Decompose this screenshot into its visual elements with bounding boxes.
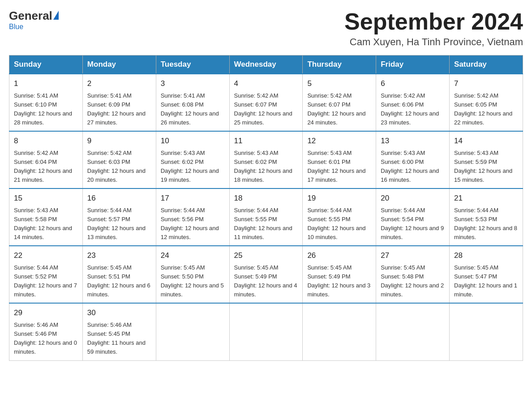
calendar-cell: 12 Sunrise: 5:43 AMSunset: 6:01 PMDaylig…	[303, 131, 376, 188]
calendar-header-row: SundayMondayTuesdayWednesdayThursdayFrid…	[9, 56, 523, 74]
day-number: 5	[307, 78, 371, 90]
day-number: 30	[87, 307, 151, 319]
logo-blue-text: Blue	[9, 23, 23, 31]
calendar-cell: 14 Sunrise: 5:43 AMSunset: 5:59 PMDaylig…	[450, 131, 523, 188]
day-info: Sunrise: 5:45 AMSunset: 5:51 PMDaylight:…	[87, 264, 150, 298]
logo-general-text: General	[9, 9, 52, 23]
day-number: 28	[454, 250, 518, 261]
day-number: 7	[454, 78, 518, 90]
day-info: Sunrise: 5:43 AMSunset: 5:59 PMDaylight:…	[454, 150, 512, 183]
location-title: Cam Xuyen, Ha Tinh Province, Vietnam	[344, 36, 523, 48]
day-info: Sunrise: 5:42 AMSunset: 6:07 PMDaylight:…	[234, 92, 292, 126]
day-info: Sunrise: 5:41 AMSunset: 6:10 PMDaylight:…	[14, 92, 72, 126]
day-number: 18	[234, 193, 298, 204]
calendar-cell: 22 Sunrise: 5:44 AMSunset: 5:52 PMDaylig…	[9, 246, 83, 303]
day-number: 29	[14, 307, 78, 319]
calendar-cell: 10 Sunrise: 5:43 AMSunset: 6:02 PMDaylig…	[156, 131, 229, 188]
calendar-cell: 26 Sunrise: 5:45 AMSunset: 5:49 PMDaylig…	[303, 246, 376, 303]
day-info: Sunrise: 5:44 AMSunset: 5:56 PMDaylight:…	[161, 207, 219, 240]
calendar-cell	[229, 303, 303, 360]
calendar-cell: 8 Sunrise: 5:42 AMSunset: 6:04 PMDayligh…	[9, 131, 83, 188]
day-number: 26	[307, 250, 371, 261]
day-info: Sunrise: 5:46 AMSunset: 5:45 PMDaylight:…	[87, 321, 146, 355]
day-info: Sunrise: 5:44 AMSunset: 5:55 PMDaylight:…	[307, 207, 365, 240]
day-info: Sunrise: 5:44 AMSunset: 5:52 PMDaylight:…	[14, 264, 77, 298]
day-number: 16	[87, 193, 151, 204]
day-info: Sunrise: 5:45 AMSunset: 5:47 PMDaylight:…	[454, 264, 517, 298]
day-info: Sunrise: 5:44 AMSunset: 5:53 PMDaylight:…	[454, 207, 517, 240]
day-info: Sunrise: 5:45 AMSunset: 5:48 PMDaylight:…	[381, 264, 444, 298]
logo-triangle-icon	[53, 11, 59, 20]
calendar-cell: 23 Sunrise: 5:45 AMSunset: 5:51 PMDaylig…	[82, 246, 156, 303]
day-info: Sunrise: 5:45 AMSunset: 5:50 PMDaylight:…	[161, 264, 224, 298]
day-info: Sunrise: 5:46 AMSunset: 5:46 PMDaylight:…	[14, 321, 77, 355]
calendar-cell	[156, 303, 229, 360]
day-info: Sunrise: 5:43 AMSunset: 6:02 PMDaylight:…	[234, 150, 292, 183]
day-number: 10	[161, 135, 225, 147]
day-info: Sunrise: 5:42 AMSunset: 6:04 PMDaylight:…	[14, 150, 72, 183]
day-info: Sunrise: 5:44 AMSunset: 5:57 PMDaylight:…	[87, 207, 146, 240]
day-number: 11	[234, 135, 298, 147]
day-info: Sunrise: 5:41 AMSunset: 6:09 PMDaylight:…	[87, 92, 146, 126]
day-info: Sunrise: 5:45 AMSunset: 5:49 PMDaylight:…	[234, 264, 297, 298]
calendar-cell	[303, 303, 376, 360]
day-number: 13	[381, 135, 445, 147]
day-info: Sunrise: 5:44 AMSunset: 5:55 PMDaylight:…	[234, 207, 292, 240]
week-row-1: 1 Sunrise: 5:41 AMSunset: 6:10 PMDayligh…	[9, 74, 523, 131]
calendar-cell: 28 Sunrise: 5:45 AMSunset: 5:47 PMDaylig…	[450, 246, 523, 303]
calendar-cell: 3 Sunrise: 5:41 AMSunset: 6:08 PMDayligh…	[156, 74, 229, 131]
day-number: 24	[161, 250, 225, 261]
month-title: September 2024	[344, 9, 523, 34]
calendar-cell: 27 Sunrise: 5:45 AMSunset: 5:48 PMDaylig…	[376, 246, 450, 303]
calendar-cell: 25 Sunrise: 5:45 AMSunset: 5:49 PMDaylig…	[229, 246, 303, 303]
day-info: Sunrise: 5:43 AMSunset: 6:00 PMDaylight:…	[381, 150, 439, 183]
calendar-cell: 24 Sunrise: 5:45 AMSunset: 5:50 PMDaylig…	[156, 246, 229, 303]
day-number: 21	[454, 193, 518, 204]
week-row-4: 22 Sunrise: 5:44 AMSunset: 5:52 PMDaylig…	[9, 246, 523, 303]
week-row-2: 8 Sunrise: 5:42 AMSunset: 6:04 PMDayligh…	[9, 131, 523, 188]
day-number: 8	[14, 135, 78, 147]
calendar-cell: 19 Sunrise: 5:44 AMSunset: 5:55 PMDaylig…	[303, 188, 376, 246]
calendar-header-monday: Monday	[82, 56, 156, 74]
day-number: 12	[307, 135, 371, 147]
header: General Blue September 2024 Cam Xuyen, H…	[9, 9, 523, 48]
calendar-cell: 5 Sunrise: 5:42 AMSunset: 6:07 PMDayligh…	[303, 74, 376, 131]
calendar-cell: 30 Sunrise: 5:46 AMSunset: 5:45 PMDaylig…	[82, 303, 156, 360]
week-row-3: 15 Sunrise: 5:43 AMSunset: 5:58 PMDaylig…	[9, 188, 523, 246]
day-number: 20	[381, 193, 445, 204]
calendar-cell: 7 Sunrise: 5:42 AMSunset: 6:05 PMDayligh…	[450, 74, 523, 131]
calendar-cell	[376, 303, 450, 360]
day-info: Sunrise: 5:43 AMSunset: 6:02 PMDaylight:…	[161, 150, 219, 183]
day-number: 19	[307, 193, 371, 204]
logo: General Blue	[9, 9, 59, 31]
day-number: 9	[87, 135, 151, 147]
day-number: 25	[234, 250, 298, 261]
day-number: 3	[161, 78, 225, 90]
calendar-cell: 2 Sunrise: 5:41 AMSunset: 6:09 PMDayligh…	[82, 74, 156, 131]
day-info: Sunrise: 5:45 AMSunset: 5:49 PMDaylight:…	[307, 264, 370, 298]
day-number: 1	[14, 78, 78, 90]
calendar-cell: 4 Sunrise: 5:42 AMSunset: 6:07 PMDayligh…	[229, 74, 303, 131]
calendar-cell	[450, 303, 523, 360]
calendar-table: SundayMondayTuesdayWednesdayThursdayFrid…	[9, 55, 523, 360]
day-number: 27	[381, 250, 445, 261]
calendar-cell: 9 Sunrise: 5:42 AMSunset: 6:03 PMDayligh…	[82, 131, 156, 188]
day-number: 6	[381, 78, 445, 90]
calendar-header-thursday: Thursday	[303, 56, 376, 74]
calendar-cell: 20 Sunrise: 5:44 AMSunset: 5:54 PMDaylig…	[376, 188, 450, 246]
title-area: September 2024 Cam Xuyen, Ha Tinh Provin…	[344, 9, 523, 48]
calendar-header-tuesday: Tuesday	[156, 56, 229, 74]
day-info: Sunrise: 5:42 AMSunset: 6:06 PMDaylight:…	[381, 92, 439, 126]
day-info: Sunrise: 5:44 AMSunset: 5:54 PMDaylight:…	[381, 207, 444, 240]
day-info: Sunrise: 5:43 AMSunset: 5:58 PMDaylight:…	[14, 207, 72, 240]
week-row-5: 29 Sunrise: 5:46 AMSunset: 5:46 PMDaylig…	[9, 303, 523, 360]
day-info: Sunrise: 5:42 AMSunset: 6:03 PMDaylight:…	[87, 150, 146, 183]
calendar-cell: 1 Sunrise: 5:41 AMSunset: 6:10 PMDayligh…	[9, 74, 83, 131]
calendar-cell: 15 Sunrise: 5:43 AMSunset: 5:58 PMDaylig…	[9, 188, 83, 246]
day-info: Sunrise: 5:42 AMSunset: 6:05 PMDaylight:…	[454, 92, 512, 126]
day-info: Sunrise: 5:42 AMSunset: 6:07 PMDaylight:…	[307, 92, 365, 126]
day-number: 23	[87, 250, 151, 261]
calendar-header-sunday: Sunday	[9, 56, 83, 74]
day-number: 17	[161, 193, 225, 204]
calendar-cell: 21 Sunrise: 5:44 AMSunset: 5:53 PMDaylig…	[450, 188, 523, 246]
